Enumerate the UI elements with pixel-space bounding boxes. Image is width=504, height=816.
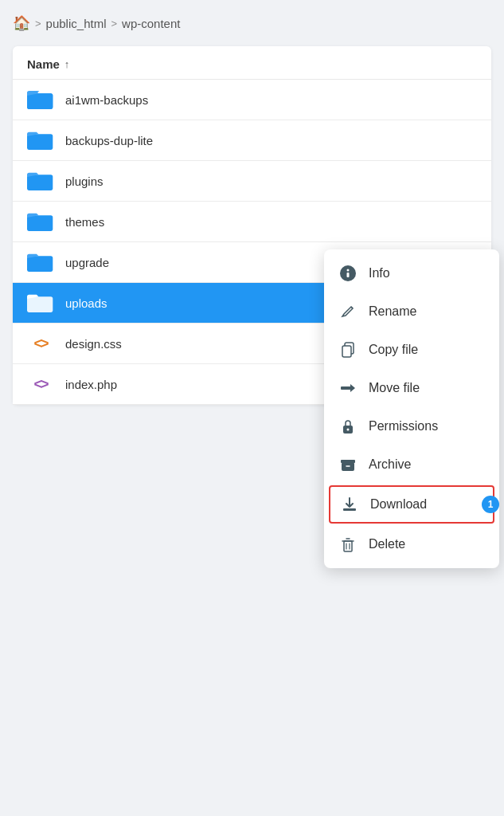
rename-icon [338, 302, 357, 321]
file-name: plugins [65, 175, 104, 188]
breadcrumb-sep-2: > [111, 18, 117, 29]
svg-rect-1 [27, 93, 53, 109]
breadcrumb-public-html[interactable]: public_html [46, 17, 107, 30]
menu-label: Permissions [369, 419, 438, 434]
menu-item-rename[interactable]: Rename [324, 292, 499, 331]
svg-rect-12 [341, 386, 352, 390]
file-row[interactable]: plugins [13, 161, 491, 202]
menu-label: Archive [369, 457, 411, 472]
move-icon [338, 379, 357, 398]
svg-rect-6 [27, 296, 53, 312]
menu-item-copy[interactable]: Copy file [324, 331, 499, 369]
info-icon [338, 264, 357, 283]
svg-rect-5 [27, 256, 53, 272]
svg-rect-4 [27, 215, 53, 231]
menu-label: Rename [369, 304, 416, 319]
breadcrumb: 🏠 > public_html > wp-content [13, 14, 491, 32]
code-file-icon: <> [27, 332, 54, 355]
download-icon [340, 495, 359, 514]
menu-label: Delete [369, 537, 405, 551]
menu-label: Info [369, 266, 390, 280]
menu-label: Download [370, 497, 427, 512]
menu-item-permissions[interactable]: Permissions [324, 407, 499, 445]
file-name: ai1wm-backups [65, 93, 148, 107]
folder-icon [27, 129, 54, 151]
column-header-name[interactable]: Name ↑ [13, 46, 491, 80]
svg-rect-16 [341, 460, 355, 463]
chevron-icon: <> [33, 335, 47, 352]
folder-icon [27, 88, 54, 111]
sort-arrow-icon: ↑ [64, 58, 70, 70]
svg-point-8 [347, 269, 350, 272]
svg-point-14 [347, 429, 350, 431]
chevron-icon: <> [33, 376, 47, 393]
file-name: upgrade [65, 256, 109, 269]
copy-icon [338, 340, 357, 359]
file-row[interactable]: backups-dup-lite [13, 120, 491, 161]
file-name: backups-dup-lite [65, 134, 153, 147]
context-menu: Info Rename Copy file [324, 249, 499, 568]
menu-item-info[interactable]: Info [324, 254, 499, 292]
breadcrumb-sep-1: > [35, 18, 41, 29]
svg-rect-3 [27, 175, 53, 190]
menu-label: Move file [369, 381, 420, 395]
svg-rect-11 [342, 346, 351, 357]
download-badge: 1 [482, 496, 499, 513]
svg-rect-9 [347, 273, 350, 277]
permissions-icon [338, 417, 357, 436]
file-row[interactable]: themes [13, 202, 491, 242]
menu-item-archive[interactable]: Archive [324, 445, 499, 484]
svg-rect-17 [343, 508, 356, 511]
file-name: design.css [65, 337, 122, 351]
folder-icon [27, 251, 54, 273]
svg-rect-18 [344, 541, 352, 551]
breadcrumb-wp-content[interactable]: wp-content [122, 17, 180, 30]
menu-label: Copy file [369, 343, 418, 357]
folder-icon [27, 210, 54, 233]
file-list-container: Name ↑ ai1wm-backups backups-dup-lite [13, 46, 491, 405]
file-name: themes [65, 215, 104, 229]
home-icon[interactable]: 🏠 [13, 14, 30, 32]
column-name-label: Name [27, 57, 60, 71]
file-row[interactable]: ai1wm-backups [13, 80, 491, 120]
code-file-icon: <> [27, 373, 54, 395]
menu-item-move[interactable]: Move file [324, 369, 499, 407]
folder-icon-active [27, 292, 54, 314]
file-name: uploads [65, 296, 107, 310]
menu-item-download[interactable]: Download 1 [329, 485, 494, 524]
archive-icon [338, 455, 357, 474]
delete-icon [338, 535, 357, 554]
file-name: index.php [65, 378, 117, 391]
menu-item-delete[interactable]: Delete [324, 525, 499, 563]
svg-rect-2 [27, 134, 53, 150]
folder-icon [27, 170, 54, 192]
